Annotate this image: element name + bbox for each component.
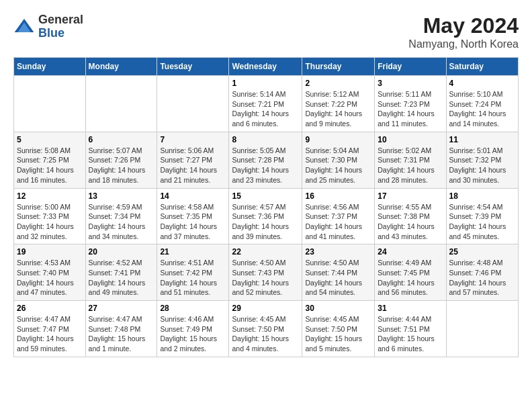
day-cell: 24 Sunrise: 4:49 AMSunset: 7:45 PMDaylig…: [375, 244, 446, 301]
day-cell: [14, 76, 86, 132]
day-cell: [446, 301, 518, 357]
day-cell: 9 Sunrise: 5:04 AMSunset: 7:30 PMDayligh…: [302, 132, 375, 188]
column-header-wednesday: Wednesday: [229, 58, 302, 76]
day-cell: 25 Sunrise: 4:48 AMSunset: 7:46 PMDaylig…: [446, 244, 518, 301]
title-section: May 2024 Namyang, North Korea: [408, 13, 519, 50]
day-number: 27: [89, 304, 154, 313]
week-row-3: 12 Sunrise: 5:00 AMSunset: 7:33 PMDaylig…: [14, 188, 519, 244]
header-row: SundayMondayTuesdayWednesdayThursdayFrid…: [14, 58, 519, 76]
day-info: Sunrise: 4:50 AMSunset: 7:43 PMDaylight:…: [232, 259, 289, 296]
day-cell: 16 Sunrise: 4:56 AMSunset: 7:37 PMDaylig…: [302, 188, 375, 244]
logo: General Blue: [13, 13, 83, 40]
day-info: Sunrise: 4:47 AMSunset: 7:47 PMDaylight:…: [17, 315, 74, 353]
day-info: Sunrise: 5:07 AMSunset: 7:26 PMDaylight:…: [89, 146, 146, 184]
day-cell: 4 Sunrise: 5:10 AMSunset: 7:24 PMDayligh…: [446, 76, 518, 132]
day-number: 5: [17, 135, 83, 144]
column-header-saturday: Saturday: [446, 58, 518, 76]
day-number: 18: [449, 191, 515, 201]
day-cell: 6 Sunrise: 5:07 AMSunset: 7:26 PMDayligh…: [85, 132, 157, 188]
logo-blue: Blue: [38, 27, 83, 40]
day-number: 21: [160, 247, 226, 257]
day-number: 8: [232, 135, 299, 144]
page-title: May 2024: [408, 13, 519, 38]
day-number: 6: [89, 135, 154, 144]
day-cell: 18 Sunrise: 4:54 AMSunset: 7:39 PMDaylig…: [446, 188, 518, 244]
day-cell: 27 Sunrise: 4:47 AMSunset: 7:48 PMDaylig…: [85, 301, 157, 357]
week-row-4: 19 Sunrise: 4:53 AMSunset: 7:40 PMDaylig…: [14, 244, 519, 301]
day-info: Sunrise: 4:45 AMSunset: 7:50 PMDaylight:…: [305, 315, 362, 353]
day-cell: 12 Sunrise: 5:00 AMSunset: 7:33 PMDaylig…: [14, 188, 86, 244]
day-number: 16: [305, 191, 371, 201]
day-info: Sunrise: 4:47 AMSunset: 7:48 PMDaylight:…: [89, 315, 146, 353]
day-info: Sunrise: 5:10 AMSunset: 7:24 PMDaylight:…: [449, 90, 506, 128]
day-cell: 10 Sunrise: 5:02 AMSunset: 7:31 PMDaylig…: [375, 132, 446, 188]
day-cell: 11 Sunrise: 5:01 AMSunset: 7:32 PMDaylig…: [446, 132, 518, 188]
day-info: Sunrise: 4:46 AMSunset: 7:49 PMDaylight:…: [160, 315, 217, 353]
day-info: Sunrise: 5:04 AMSunset: 7:30 PMDaylight:…: [305, 146, 362, 184]
day-info: Sunrise: 4:56 AMSunset: 7:37 PMDaylight:…: [305, 203, 362, 240]
day-number: 1: [232, 79, 299, 88]
day-cell: 20 Sunrise: 4:52 AMSunset: 7:41 PMDaylig…: [85, 244, 157, 301]
day-info: Sunrise: 5:01 AMSunset: 7:32 PMDaylight:…: [449, 146, 506, 184]
page-subtitle: Namyang, North Korea: [408, 38, 519, 50]
day-info: Sunrise: 4:45 AMSunset: 7:50 PMDaylight:…: [232, 315, 289, 353]
day-number: 31: [378, 304, 443, 313]
day-cell: 29 Sunrise: 4:45 AMSunset: 7:50 PMDaylig…: [229, 301, 302, 357]
day-number: 12: [17, 191, 83, 201]
day-number: 26: [17, 304, 83, 313]
week-row-5: 26 Sunrise: 4:47 AMSunset: 7:47 PMDaylig…: [14, 301, 519, 357]
calendar-table: SundayMondayTuesdayWednesdayThursdayFrid…: [13, 57, 519, 357]
day-number: 10: [378, 135, 443, 144]
day-cell: 31 Sunrise: 4:44 AMSunset: 7:51 PMDaylig…: [375, 301, 446, 357]
day-number: 30: [305, 304, 371, 313]
day-cell: 21 Sunrise: 4:51 AMSunset: 7:42 PMDaylig…: [157, 244, 229, 301]
day-info: Sunrise: 5:02 AMSunset: 7:31 PMDaylight:…: [378, 146, 435, 184]
day-info: Sunrise: 4:58 AMSunset: 7:35 PMDaylight:…: [160, 203, 217, 240]
day-cell: 19 Sunrise: 4:53 AMSunset: 7:40 PMDaylig…: [14, 244, 86, 301]
page-header: General Blue May 2024 Namyang, North Kor…: [13, 13, 519, 50]
day-number: 7: [160, 135, 226, 144]
day-info: Sunrise: 4:54 AMSunset: 7:39 PMDaylight:…: [449, 203, 506, 240]
day-number: 3: [378, 79, 443, 88]
day-cell: 2 Sunrise: 5:12 AMSunset: 7:22 PMDayligh…: [302, 76, 375, 132]
day-number: 15: [232, 191, 299, 201]
day-cell: 15 Sunrise: 4:57 AMSunset: 7:36 PMDaylig…: [229, 188, 302, 244]
day-number: 23: [305, 247, 371, 257]
day-info: Sunrise: 4:55 AMSunset: 7:38 PMDaylight:…: [378, 203, 435, 240]
day-number: 13: [89, 191, 154, 201]
day-info: Sunrise: 4:59 AMSunset: 7:34 PMDaylight:…: [89, 203, 146, 240]
day-info: Sunrise: 5:14 AMSunset: 7:21 PMDaylight:…: [232, 90, 289, 128]
day-info: Sunrise: 4:52 AMSunset: 7:41 PMDaylight:…: [89, 259, 146, 296]
day-cell: 7 Sunrise: 5:06 AMSunset: 7:27 PMDayligh…: [157, 132, 229, 188]
day-number: 22: [232, 247, 299, 257]
day-info: Sunrise: 5:08 AMSunset: 7:25 PMDaylight:…: [17, 146, 74, 184]
day-info: Sunrise: 4:48 AMSunset: 7:46 PMDaylight:…: [449, 259, 506, 296]
day-cell: 28 Sunrise: 4:46 AMSunset: 7:49 PMDaylig…: [157, 301, 229, 357]
day-info: Sunrise: 5:05 AMSunset: 7:28 PMDaylight:…: [232, 146, 289, 184]
day-info: Sunrise: 5:00 AMSunset: 7:33 PMDaylight:…: [17, 203, 74, 240]
column-header-thursday: Thursday: [302, 58, 375, 76]
day-cell: [157, 76, 229, 132]
day-number: 9: [305, 135, 371, 144]
day-cell: 3 Sunrise: 5:11 AMSunset: 7:23 PMDayligh…: [375, 76, 446, 132]
day-info: Sunrise: 5:11 AMSunset: 7:23 PMDaylight:…: [378, 90, 435, 128]
day-cell: 1 Sunrise: 5:14 AMSunset: 7:21 PMDayligh…: [229, 76, 302, 132]
column-header-friday: Friday: [375, 58, 446, 76]
logo-text: General Blue: [38, 13, 83, 40]
day-cell: 23 Sunrise: 4:50 AMSunset: 7:44 PMDaylig…: [302, 244, 375, 301]
day-cell: 13 Sunrise: 4:59 AMSunset: 7:34 PMDaylig…: [85, 188, 157, 244]
day-number: 2: [305, 79, 371, 88]
day-cell: 26 Sunrise: 4:47 AMSunset: 7:47 PMDaylig…: [14, 301, 86, 357]
day-info: Sunrise: 4:53 AMSunset: 7:40 PMDaylight:…: [17, 259, 74, 296]
day-number: 20: [89, 247, 154, 257]
day-number: 28: [160, 304, 226, 313]
day-number: 19: [17, 247, 83, 257]
column-header-tuesday: Tuesday: [157, 58, 229, 76]
day-info: Sunrise: 5:12 AMSunset: 7:22 PMDaylight:…: [305, 90, 362, 128]
day-cell: 17 Sunrise: 4:55 AMSunset: 7:38 PMDaylig…: [375, 188, 446, 244]
column-header-sunday: Sunday: [14, 58, 86, 76]
day-info: Sunrise: 4:44 AMSunset: 7:51 PMDaylight:…: [378, 315, 435, 353]
week-row-2: 5 Sunrise: 5:08 AMSunset: 7:25 PMDayligh…: [14, 132, 519, 188]
day-number: 4: [449, 79, 515, 88]
column-header-monday: Monday: [85, 58, 157, 76]
